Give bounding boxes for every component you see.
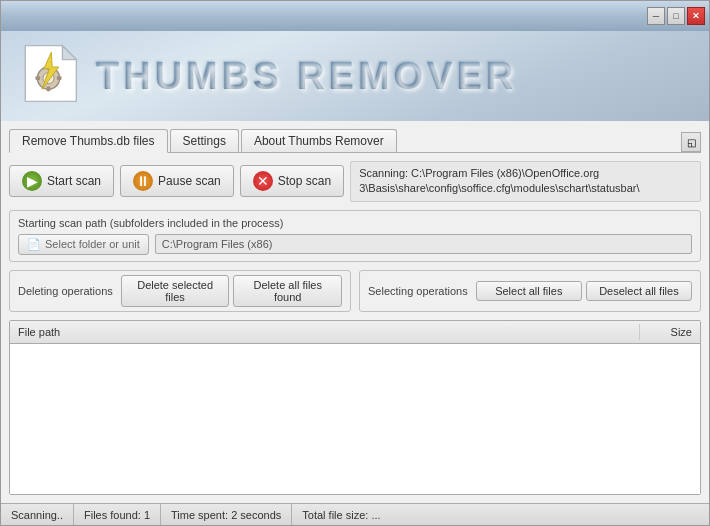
- status-files-found: Files found: 1: [74, 504, 161, 525]
- title-bar: ─ □ ✕: [1, 1, 709, 31]
- app-title: THUMBS REMOVER: [96, 55, 517, 98]
- tab-settings[interactable]: Settings: [170, 129, 239, 152]
- stop-scan-icon: ✕: [253, 171, 273, 191]
- logo-icon: [16, 41, 86, 111]
- svg-rect-7: [57, 76, 62, 80]
- maximize-button[interactable]: □: [667, 7, 685, 25]
- tab-remove[interactable]: Remove Thumbs.db files: [9, 129, 168, 153]
- scan-path-section: Starting scan path (subfolders included …: [9, 210, 701, 262]
- start-scan-button[interactable]: ▶ Start scan: [9, 165, 114, 197]
- file-list-body[interactable]: [10, 344, 700, 494]
- pause-scan-button[interactable]: ⏸ Pause scan: [120, 165, 234, 197]
- tab-content: ▶ Start scan ⏸ Pause scan ✕ Stop scan Sc…: [9, 161, 701, 495]
- tab-strip: Remove Thumbs.db files Settings About Th…: [9, 129, 701, 153]
- pause-scan-icon: ⏸: [133, 171, 153, 191]
- file-list-header: File path Size: [10, 321, 700, 344]
- close-button[interactable]: ✕: [687, 7, 705, 25]
- operations-row: Deleting operations Delete selected file…: [9, 270, 701, 312]
- svg-rect-6: [36, 76, 41, 80]
- main-content: Remove Thumbs.db files Settings About Th…: [1, 121, 709, 503]
- start-scan-label: Start scan: [47, 174, 101, 188]
- file-path-column-header: File path: [10, 324, 640, 340]
- status-time-spent: Time spent: 2 seconds: [161, 504, 292, 525]
- folder-icon: 📄: [27, 238, 41, 251]
- logo-container: THUMBS REMOVER: [16, 41, 517, 111]
- select-folder-label: Select folder or unit: [45, 238, 140, 250]
- status-scanning: Scanning..: [1, 504, 74, 525]
- delete-selected-button[interactable]: Delete selected files: [121, 275, 230, 307]
- svg-marker-1: [62, 46, 76, 60]
- selecting-operations-group: Selecting operations Select all files De…: [359, 270, 701, 312]
- select-folder-button[interactable]: 📄 Select folder or unit: [18, 234, 149, 255]
- status-total-size: Total file size: ...: [292, 504, 390, 525]
- selecting-ops-label: Selecting operations: [368, 285, 468, 297]
- path-input[interactable]: [155, 234, 692, 254]
- file-list-container: File path Size: [9, 320, 701, 495]
- file-size-column-header: Size: [640, 324, 700, 340]
- main-window: ─ □ ✕: [0, 0, 710, 526]
- tab-resize-button[interactable]: ◱: [681, 132, 701, 152]
- deleting-operations-group: Deleting operations Delete selected file…: [9, 270, 351, 312]
- status-bar: Scanning.. Files found: 1 Time spent: 2 …: [1, 503, 709, 525]
- title-bar-buttons: ─ □ ✕: [647, 7, 705, 25]
- deselect-all-button[interactable]: Deselect all files: [586, 281, 692, 301]
- select-all-button[interactable]: Select all files: [476, 281, 582, 301]
- deleting-ops-label: Deleting operations: [18, 285, 113, 297]
- tab-about[interactable]: About Thumbs Remover: [241, 129, 397, 152]
- path-row: 📄 Select folder or unit: [18, 234, 692, 255]
- buttons-row: ▶ Start scan ⏸ Pause scan ✕ Stop scan Sc…: [9, 161, 701, 202]
- svg-rect-5: [47, 87, 51, 92]
- start-scan-icon: ▶: [22, 171, 42, 191]
- stop-scan-label: Stop scan: [278, 174, 331, 188]
- minimize-button[interactable]: ─: [647, 7, 665, 25]
- header-area: THUMBS REMOVER: [1, 31, 709, 121]
- scanning-status: Scanning: C:\Program Files (x86)\OpenOff…: [350, 161, 701, 202]
- delete-all-button[interactable]: Delete all files found: [233, 275, 342, 307]
- stop-scan-button[interactable]: ✕ Stop scan: [240, 165, 344, 197]
- pause-scan-label: Pause scan: [158, 174, 221, 188]
- scan-path-label: Starting scan path (subfolders included …: [18, 217, 692, 229]
